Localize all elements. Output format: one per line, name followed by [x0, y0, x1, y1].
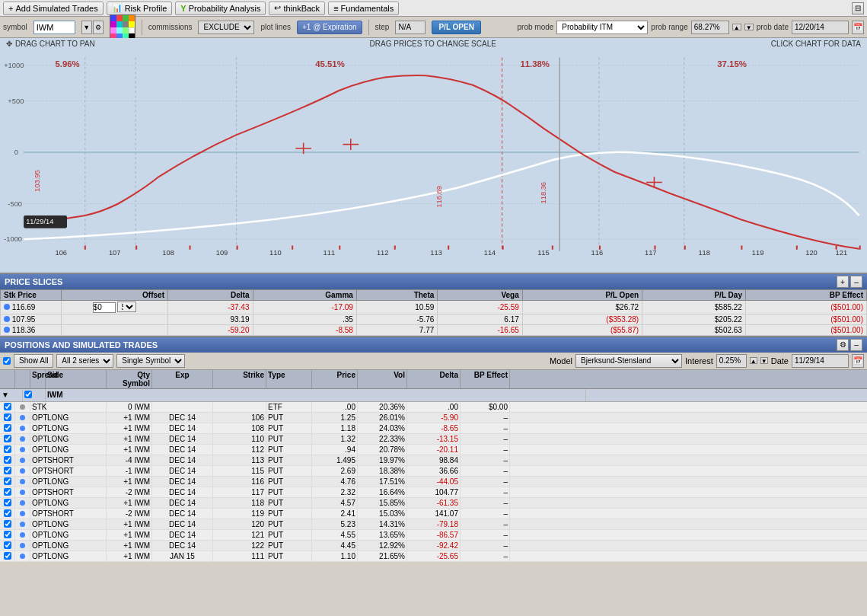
slice-dot: [4, 304, 10, 310]
col-gamma: Gamma: [253, 290, 356, 301]
row-check[interactable]: [0, 455, 15, 465]
commissions-select[interactable]: EXCLUDE INCLUDE: [198, 21, 254, 34]
row-checkbox[interactable]: [4, 403, 11, 410]
row-check[interactable]: [0, 413, 15, 423]
symbol-settings-button[interactable]: ⚙: [93, 21, 104, 34]
prob-range-down[interactable]: ▼: [744, 24, 754, 30]
prob-range-input[interactable]: [691, 21, 729, 34]
slice-offset-input[interactable]: [93, 302, 116, 313]
toolbar-settings-icon[interactable]: ⊟: [852, 2, 864, 14]
prob-date-input[interactable]: [792, 21, 849, 34]
row-bp-effect: –: [461, 413, 510, 423]
series-select[interactable]: All 2 series: [56, 354, 113, 368]
position-row: OPT LONG +1 IWM DEC 14 121 PUT 4.55 13.6…: [0, 530, 867, 541]
model-select[interactable]: Bjerksund-Stensland: [575, 354, 682, 368]
row-check[interactable]: [0, 509, 15, 519]
symbol-dropdown-button[interactable]: ▼: [81, 21, 92, 34]
row-exp: JAN 15: [152, 551, 213, 561]
positions-settings-icon[interactable]: ⚙: [837, 339, 849, 351]
svg-text:121: 121: [836, 249, 848, 255]
probability-analysis-button[interactable]: Y Probability Analysis: [175, 2, 266, 15]
row-checkbox[interactable]: [4, 456, 11, 464]
row-color-dot: [20, 511, 25, 516]
row-checkbox[interactable]: [4, 520, 11, 528]
date-input[interactable]: [792, 354, 849, 368]
col-check1: [0, 370, 15, 388]
symbol-filter-select[interactable]: Single Symbol: [116, 354, 185, 368]
row-check[interactable]: [0, 445, 15, 455]
all-checkbox[interactable]: [3, 357, 11, 365]
row-color-dot: [20, 447, 25, 452]
row-check[interactable]: [0, 498, 15, 508]
price-slices-collapse-button[interactable]: –: [850, 276, 862, 288]
show-all-button[interactable]: Show All: [14, 354, 53, 368]
row-check[interactable]: [0, 434, 15, 444]
row-checkbox[interactable]: [4, 488, 11, 496]
row-checkbox[interactable]: [4, 445, 11, 453]
date-calendar-icon[interactable]: 📅: [852, 354, 864, 368]
symbol-input[interactable]: [33, 21, 75, 34]
row-check[interactable]: [0, 551, 15, 561]
interest-input[interactable]: [716, 354, 747, 368]
row-price: 1.25: [312, 413, 358, 423]
step-input[interactable]: [395, 21, 426, 34]
iwm-checkbox[interactable]: [24, 391, 32, 398]
row-checkbox[interactable]: [4, 509, 11, 517]
row-checkbox[interactable]: [4, 477, 11, 485]
prob-range-up[interactable]: ▲: [732, 24, 741, 30]
svg-text:113: 113: [430, 249, 442, 255]
row-check[interactable]: [0, 477, 15, 487]
row-checkbox[interactable]: [4, 552, 11, 560]
price-slice-row: 116.69 $ -37.43 -17.09 10.59 -25.59 $26.…: [1, 301, 867, 314]
row-checkbox[interactable]: [4, 424, 11, 432]
row-checkbox[interactable]: [4, 467, 11, 474]
positions-section: POSITIONS AND SIMULATED TRADES ⚙ – Show …: [0, 337, 867, 617]
slice-pl-open: ($353.28): [522, 314, 642, 324]
pl-open-button[interactable]: P/L OPEN: [432, 21, 481, 34]
chart-container[interactable]: ✥ DRAG CHART TO PAN DRAG PRICES TO CHANG…: [0, 38, 867, 274]
row-check[interactable]: [0, 519, 15, 529]
color-grid: [110, 14, 135, 40]
row-checkbox[interactable]: [4, 435, 11, 442]
add-simulated-trades-button[interactable]: + Add Simulated Trades: [3, 2, 104, 15]
row-check[interactable]: [0, 541, 15, 551]
chart-header: ✥ DRAG CHART TO PAN DRAG PRICES TO CHANG…: [0, 38, 867, 49]
iwm-expand[interactable]: ▼: [0, 389, 23, 401]
row-checkbox[interactable]: [4, 531, 11, 538]
row-check[interactable]: [0, 402, 15, 412]
row-type: OPT: [30, 487, 46, 497]
row-check[interactable]: [0, 466, 15, 476]
svg-rect-22: [339, 246, 340, 250]
risk-profile-button[interactable]: 📊 Risk Profile: [107, 2, 173, 15]
row-qty-sym: -1 IWM: [107, 466, 152, 476]
row-side: LONG: [46, 519, 107, 529]
svg-text:112: 112: [377, 249, 389, 255]
svg-text:115: 115: [537, 249, 550, 255]
position-row: OPT LONG +1 IWM DEC 14 122 PUT 4.45 12.9…: [0, 541, 867, 551]
plot-lines-button[interactable]: +1 @ Expiration: [297, 21, 362, 34]
slice-offset: [62, 324, 168, 335]
row-checkbox[interactable]: [4, 541, 11, 549]
prob-date-calendar[interactable]: 📅: [852, 21, 864, 34]
positions-collapse-button[interactable]: –: [850, 339, 862, 351]
slice-offset-select[interactable]: $: [117, 302, 136, 312]
interest-down[interactable]: ▼: [760, 357, 768, 364]
slice-gamma: -17.09: [253, 301, 356, 314]
row-check[interactable]: [0, 487, 15, 497]
row-check[interactable]: [0, 423, 15, 433]
interest-up[interactable]: ▲: [750, 357, 757, 364]
row-side: SHORT: [46, 455, 107, 465]
price-slices-add-button[interactable]: +: [837, 276, 849, 288]
chart-svg-area[interactable]: +1000 +500 0 -500 -1000: [0, 49, 867, 255]
thinkback-button[interactable]: ↩ thinkBack: [269, 2, 325, 15]
fundamentals-button[interactable]: ≡ Fundamentals: [328, 2, 399, 15]
row-checkbox[interactable]: [4, 413, 11, 421]
position-row: OPT LONG +1 IWM DEC 14 106 PUT 1.25 26.0…: [0, 413, 867, 423]
row-strike: 112: [213, 445, 266, 455]
chart-click-hint: CLICK CHART FOR DATA: [771, 40, 861, 48]
positions-scroll[interactable]: STK 0 IWM ETF .00 20.36% .00 $0.00 OPT L…: [0, 402, 867, 607]
row-checkbox[interactable]: [4, 499, 11, 506]
prob-mode-select[interactable]: Probability ITM Probability OTM: [556, 21, 648, 34]
row-inst-type: PUT: [266, 487, 312, 497]
row-check[interactable]: [0, 530, 15, 540]
